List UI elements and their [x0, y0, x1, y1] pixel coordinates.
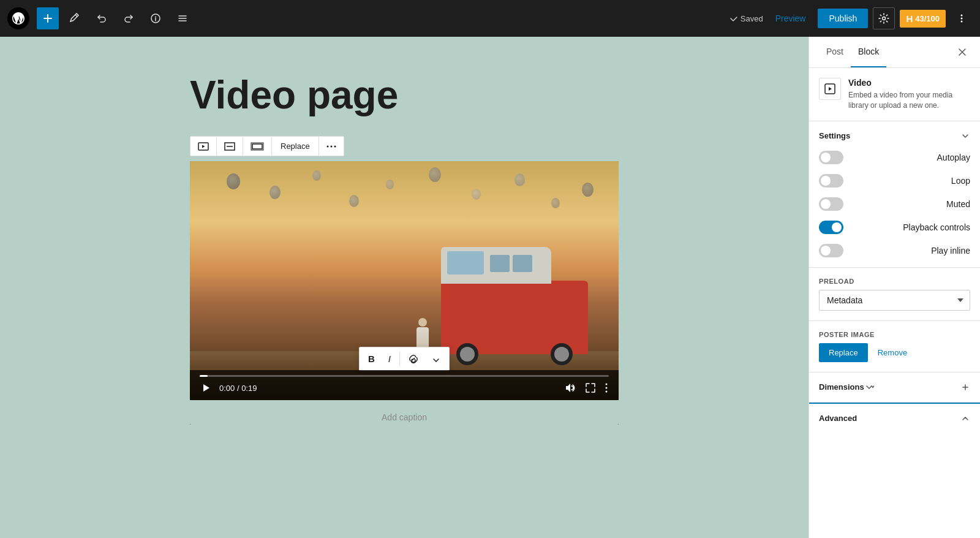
dimensions-section: Dimensions: [809, 373, 980, 403]
playback-controls-row: Playback controls: [819, 221, 970, 234]
svg-point-1: [883, 17, 886, 20]
wp-logo: [7, 7, 29, 29]
advanced-section: Advanced: [809, 403, 980, 433]
saved-status: Saved: [729, 14, 763, 23]
sidebar: Post Block Video Embed a video from your…: [809, 37, 980, 538]
align-wide-button[interactable]: [243, 137, 272, 156]
pencil-icon-button[interactable]: [64, 7, 86, 29]
svg-point-3: [961, 18, 963, 20]
muted-toggle[interactable]: [819, 197, 843, 211]
dimensions-header[interactable]: Dimensions: [819, 382, 970, 392]
playback-controls-label: Playback controls: [903, 222, 970, 232]
controls-row: 0:00 / 0:19: [200, 382, 609, 394]
preload-section: PRELOAD Metadata Auto None: [809, 268, 980, 321]
block-name: Video: [848, 78, 970, 88]
bold-button[interactable]: B: [362, 350, 381, 368]
block-info-text: Video Embed a video from your media libr…: [848, 78, 970, 111]
add-block-button[interactable]: [37, 7, 59, 29]
replace-button[interactable]: Replace: [272, 137, 319, 156]
play-inline-label: Play inline: [931, 246, 970, 256]
play-inline-row: Play inline: [819, 244, 970, 257]
block-toolbar: Replace: [190, 136, 344, 156]
fullscreen-button[interactable]: [584, 382, 597, 394]
preload-label: PRELOAD: [819, 278, 970, 285]
svg-point-11: [326, 145, 328, 147]
autoplay-row: Autoplay: [819, 151, 970, 164]
info-button[interactable]: [145, 7, 167, 29]
block-icon: [819, 78, 841, 100]
text-format-toolbar: B I: [359, 347, 450, 371]
advanced-header[interactable]: Advanced: [819, 414, 970, 423]
publish-button[interactable]: Publish: [818, 9, 868, 28]
block-description: Embed a video from your media library or…: [848, 90, 970, 111]
svg-point-12: [330, 145, 332, 147]
svg-point-4: [961, 21, 963, 23]
editor-content: Video page: [190, 74, 619, 425]
poster-buttons: Replace Remove: [819, 343, 970, 362]
topbar: Saved Preview Publish H 43/100: [0, 0, 980, 37]
tab-block[interactable]: Block: [851, 37, 886, 67]
progress-bar[interactable]: [200, 375, 609, 377]
svg-point-14: [606, 384, 608, 385]
link-button[interactable]: [402, 350, 424, 368]
svg-point-2: [961, 15, 963, 17]
autoplay-toggle[interactable]: [819, 151, 843, 164]
svg-point-16: [606, 391, 608, 393]
loop-row: Loop: [819, 174, 970, 188]
score-badge: H 43/100: [900, 10, 946, 28]
poster-section: POSTER IMAGE Replace Remove: [809, 321, 980, 373]
svg-point-15: [606, 387, 608, 389]
loop-label: Loop: [951, 176, 970, 186]
page-title[interactable]: Video page: [190, 74, 619, 116]
van-body: [441, 281, 588, 354]
svg-point-13: [334, 145, 336, 147]
loop-toggle[interactable]: [819, 174, 843, 188]
preview-button[interactable]: Preview: [768, 9, 813, 28]
italic-button[interactable]: I: [382, 350, 397, 368]
time-display: 0:00 / 0:19: [219, 384, 556, 393]
preload-select[interactable]: Metadata Auto None: [819, 290, 970, 311]
svg-rect-9: [252, 144, 262, 149]
redo-button[interactable]: [118, 7, 140, 29]
main-area: Video page: [0, 37, 980, 538]
more-block-options-button[interactable]: [319, 140, 344, 153]
more-options-button[interactable]: [951, 7, 973, 29]
toolbar-divider: [399, 352, 400, 366]
progress-fill: [200, 375, 208, 377]
caption-area: Add caption: [190, 400, 619, 425]
close-sidebar-button[interactable]: [954, 44, 970, 60]
video-thumbnail: B I: [190, 161, 619, 400]
autoplay-label: Autoplay: [937, 153, 970, 162]
poster-replace-button[interactable]: Replace: [819, 343, 868, 362]
editor-area: Video page: [0, 37, 809, 538]
video-type-button[interactable]: [190, 137, 217, 156]
block-info: Video Embed a video from your media libr…: [809, 68, 980, 121]
align-left-button[interactable]: [217, 137, 243, 156]
list-view-button[interactable]: [172, 7, 194, 29]
playback-controls-toggle[interactable]: [819, 221, 843, 234]
poster-label: POSTER IMAGE: [819, 331, 970, 338]
muted-row: Muted: [819, 197, 970, 211]
tab-post[interactable]: Post: [819, 37, 851, 67]
more-text-options-button[interactable]: [426, 351, 447, 367]
poster-remove-button[interactable]: Remove: [873, 343, 912, 362]
sidebar-header: Post Block: [809, 37, 980, 68]
more-video-options-button[interactable]: [604, 382, 609, 394]
settings-button[interactable]: [873, 7, 895, 29]
settings-section: Settings Autoplay Loop Muted Playback co…: [809, 121, 980, 268]
video-caption[interactable]: Add caption: [190, 412, 619, 422]
volume-button[interactable]: [564, 382, 577, 394]
settings-header[interactable]: Settings: [819, 131, 970, 141]
play-button[interactable]: [200, 382, 212, 394]
video-controls: 0:00 / 0:19: [190, 370, 619, 400]
muted-label: Muted: [946, 199, 970, 209]
undo-button[interactable]: [91, 7, 113, 29]
video-block: B I: [190, 161, 619, 425]
play-inline-toggle[interactable]: [819, 244, 843, 257]
